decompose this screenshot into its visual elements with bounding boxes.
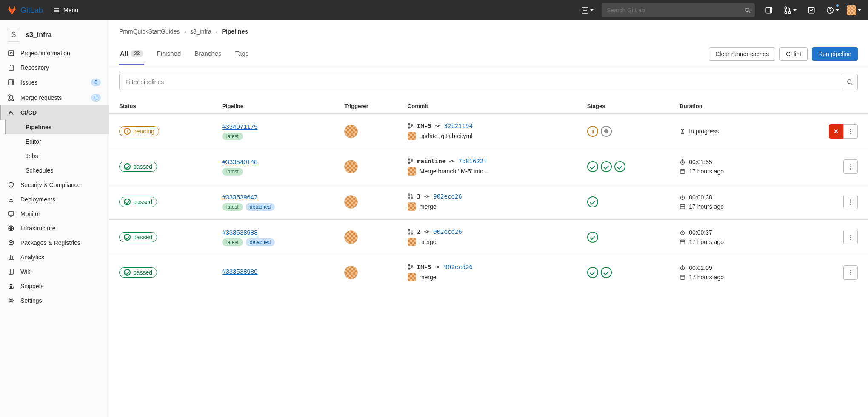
triggerer-avatar[interactable] [344, 125, 358, 138]
commit-author-avatar[interactable] [408, 202, 416, 211]
sidebar-item-cicd[interactable]: CI/CD [0, 105, 108, 120]
commit-sha-link[interactable]: 32b21194 [444, 122, 473, 129]
global-search[interactable] [602, 3, 755, 17]
stage-pass[interactable] [587, 232, 598, 243]
finished-at: 17 hours ago [680, 274, 777, 281]
commit-author-avatar[interactable] [408, 132, 416, 140]
commit-sha-link[interactable]: 902ecd26 [433, 193, 462, 200]
sidebar-item-label: Jobs [26, 153, 38, 159]
status-badge[interactable]: passed [119, 162, 157, 172]
tab-tags[interactable]: Tags [234, 43, 250, 65]
pipeline-id-link[interactable]: #333539647 [222, 193, 257, 201]
snippets-icon [8, 283, 14, 289]
sidebar-item-snippets[interactable]: Snippets [0, 279, 108, 293]
sidebar-subitem-editor[interactable]: Editor [5, 134, 108, 149]
filter-input[interactable] [119, 74, 842, 90]
project-name: s3_infra [26, 31, 51, 39]
stage-pass[interactable] [587, 196, 598, 207]
status-label: pending [133, 128, 154, 135]
breadcrumb-link[interactable]: s3_infra [190, 28, 211, 35]
stage-pass[interactable] [587, 267, 598, 278]
todos-shortcut[interactable] [804, 3, 819, 17]
search-icon [745, 7, 751, 13]
tab-label: Tags [235, 50, 249, 57]
sidebar-item-label: Snippets [20, 283, 43, 289]
tab-branches[interactable]: Branches [194, 43, 222, 65]
stage-pass[interactable] [614, 161, 625, 172]
ref-name[interactable]: mainline [417, 158, 445, 165]
sidebar-item-packages-registries[interactable]: Packages & Registries [0, 235, 108, 250]
triggerer-avatar[interactable] [344, 160, 358, 173]
commit-sha-link[interactable]: 7b81622f [458, 158, 487, 165]
plus-button[interactable] [580, 3, 595, 17]
commit-sha-link[interactable]: 902ecd26 [433, 228, 462, 235]
tab-all[interactable]: All23 [119, 43, 144, 65]
commit-sha-link[interactable]: 902ecd26 [444, 264, 473, 270]
stage-pass[interactable] [601, 161, 612, 172]
commit-author-avatar[interactable] [408, 273, 416, 281]
row-menu-button[interactable] [843, 195, 858, 209]
breadcrumb-link[interactable]: PmmQuickStartGuides [119, 28, 180, 35]
issues-shortcut[interactable] [762, 3, 776, 17]
triggerer-avatar[interactable] [344, 230, 358, 244]
run-pipeline-button[interactable]: Run pipeline [812, 47, 858, 61]
sidebar-item-security-compliance[interactable]: Security & Compliance [0, 178, 108, 192]
sidebar-item-analytics[interactable]: Analytics [0, 250, 108, 264]
stage-pass[interactable] [587, 161, 598, 172]
sidebar-subitem-pipelines[interactable]: Pipelines [5, 120, 108, 134]
commit-author-avatar[interactable] [408, 167, 416, 176]
stage-pass[interactable] [601, 267, 612, 278]
sidebar-item-label: CI/CD [20, 109, 37, 116]
clear-runner-caches-button[interactable]: Clear runner caches [709, 47, 775, 61]
commit-author-avatar[interactable] [408, 238, 416, 246]
tab-finished[interactable]: Finished [156, 43, 182, 65]
help-button[interactable] [825, 3, 840, 17]
cancel-pipeline-button[interactable] [829, 124, 843, 139]
triggerer-avatar[interactable] [344, 195, 358, 209]
triggerer-avatar[interactable] [344, 266, 358, 279]
pipeline-id-link[interactable]: #333540148 [222, 158, 257, 165]
sidebar-item-issues[interactable]: Issues0 [0, 75, 108, 90]
row-menu-button[interactable] [843, 159, 858, 174]
search-input[interactable] [606, 6, 745, 14]
row-menu-button[interactable] [843, 230, 858, 244]
issues-icon [8, 79, 14, 86]
sidebar-subitem-jobs[interactable]: Jobs [5, 149, 108, 163]
ci-lint-button[interactable]: CI lint [779, 47, 808, 61]
ref-name[interactable]: 2 [417, 228, 420, 235]
status-badge[interactable]: ॥pending [119, 126, 159, 136]
stage-pend[interactable] [587, 126, 598, 137]
sidebar-item-infrastructure[interactable]: Infrastructure [0, 221, 108, 235]
sidebar-subitem-schedules[interactable]: Schedules [5, 163, 108, 178]
sidebar-item-monitor[interactable]: Monitor [0, 207, 108, 221]
sidebar-item-project-information[interactable]: Project information [0, 46, 108, 60]
pipeline-id-link[interactable]: #333538980 [222, 268, 257, 275]
ref-name[interactable]: 3 [417, 193, 420, 200]
sidebar-item-label: Settings [20, 297, 42, 304]
sidebar-item-settings[interactable]: Settings [0, 293, 108, 308]
row-menu-button[interactable] [843, 265, 858, 280]
tag-latest: latest [222, 203, 243, 211]
filter-search-button[interactable] [842, 74, 858, 90]
stage-skip[interactable] [601, 126, 612, 137]
user-menu[interactable] [847, 3, 861, 17]
sidebar-item-merge-requests[interactable]: Merge requests0 [0, 90, 108, 105]
project-header[interactable]: S s3_infra [0, 24, 108, 46]
ref-name[interactable]: IM-5 [417, 122, 431, 129]
status-badge[interactable]: passed [119, 232, 157, 242]
svg-point-26 [408, 162, 410, 164]
pipeline-id-link[interactable]: #333538988 [222, 229, 257, 236]
merge-requests-shortcut[interactable] [783, 3, 797, 17]
status-label: passed [133, 199, 152, 205]
pipeline-id-link[interactable]: #334071175 [222, 123, 257, 130]
gitlab-logo[interactable]: GitLab [7, 5, 43, 15]
sidebar-item-wiki[interactable]: Wiki [0, 264, 108, 279]
menu-button[interactable]: Menu [50, 5, 82, 15]
sidebar-item-deployments[interactable]: Deployments [0, 192, 108, 207]
ref-name[interactable]: IM-5 [417, 264, 431, 270]
row-menu-button[interactable] [843, 124, 858, 139]
sidebar-item-repository[interactable]: Repository [0, 60, 108, 75]
svg-rect-9 [9, 51, 14, 56]
status-badge[interactable]: passed [119, 267, 157, 278]
status-badge[interactable]: passed [119, 197, 157, 207]
